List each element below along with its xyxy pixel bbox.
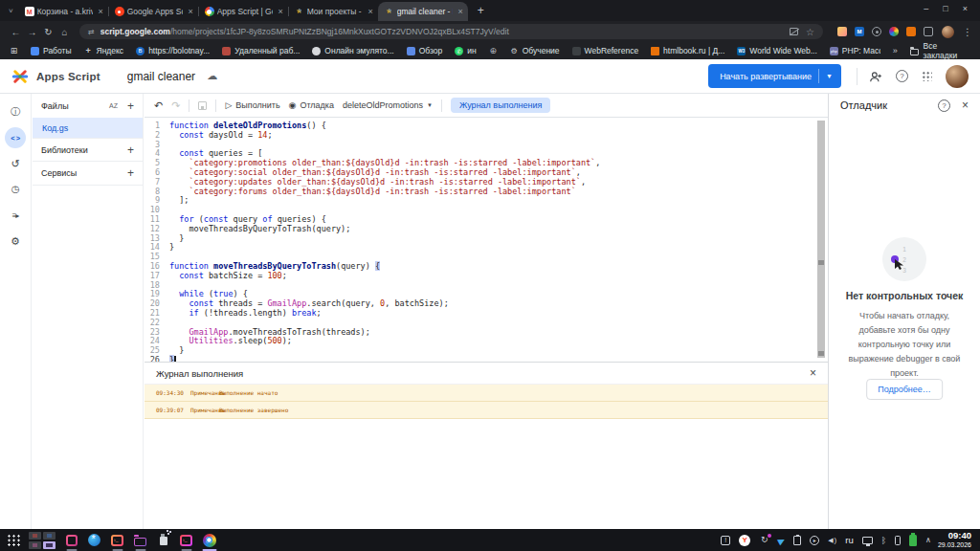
bookmark-item[interactable] bbox=[10, 47, 18, 55]
browser-profile-avatar[interactable] bbox=[942, 26, 954, 38]
sort-az-icon[interactable]: AZ bbox=[109, 102, 118, 109]
bookmark-item[interactable]: World Wide Web... bbox=[737, 46, 817, 55]
execution-log-button[interactable]: Журнал выполнения bbox=[451, 98, 550, 113]
add-file-button[interactable]: + bbox=[127, 99, 134, 113]
extension-icon[interactable]: M bbox=[855, 27, 864, 36]
bookmark-item[interactable]: Обзор bbox=[407, 46, 443, 55]
workspace-cell[interactable] bbox=[29, 541, 41, 549]
browser-taskbar-button[interactable] bbox=[202, 532, 216, 549]
window-minimize-button[interactable]: – bbox=[924, 4, 928, 13]
home-button[interactable]: ⌂ bbox=[56, 27, 73, 37]
account-avatar[interactable] bbox=[946, 65, 969, 88]
rail-executions-button[interactable] bbox=[5, 205, 26, 226]
terminal-orange-taskbar-button[interactable] bbox=[110, 532, 124, 549]
extension-icon[interactable] bbox=[924, 27, 933, 36]
display-tray-button[interactable] bbox=[862, 537, 873, 544]
tab-close-icon[interactable]: × bbox=[366, 7, 374, 16]
bookmark-item[interactable]: Удаленный раб... bbox=[222, 46, 300, 55]
telegram-tray-button[interactable] bbox=[778, 536, 785, 545]
extension-icon[interactable] bbox=[872, 27, 881, 36]
clipboard-tray-button[interactable] bbox=[793, 536, 801, 545]
window-pink-taskbar-button[interactable] bbox=[64, 532, 78, 549]
terminal-red-taskbar-button[interactable] bbox=[179, 532, 193, 549]
rail-triggers-button[interactable] bbox=[5, 179, 26, 200]
update-tray-button[interactable] bbox=[759, 535, 769, 545]
help-icon[interactable]: ? bbox=[938, 99, 950, 112]
save-button[interactable] bbox=[198, 101, 207, 110]
window-close-button[interactable]: × bbox=[963, 4, 968, 13]
add-library-button[interactable]: + bbox=[127, 143, 134, 157]
close-icon[interactable]: × bbox=[810, 366, 816, 380]
folder-pink-taskbar-button[interactable] bbox=[133, 532, 147, 549]
workspace-cell[interactable] bbox=[43, 532, 56, 540]
media-play-tray-button[interactable] bbox=[810, 536, 819, 545]
close-icon[interactable]: × bbox=[962, 99, 969, 112]
bookmark-item[interactable]: Онлайн эмулято... bbox=[312, 46, 393, 55]
layout-tray-button[interactable]: ru bbox=[845, 535, 853, 545]
reload-button[interactable]: ↻ bbox=[40, 27, 56, 37]
bookmark-item[interactable]: WebReference bbox=[572, 46, 639, 55]
help-button[interactable]: ? bbox=[896, 70, 908, 82]
rail-settings-button[interactable] bbox=[5, 231, 26, 252]
extension-icon[interactable] bbox=[889, 27, 899, 36]
browser-tab[interactable]: Google Apps Script — Янд× bbox=[108, 2, 198, 21]
bookmark-item[interactable]: Работы bbox=[31, 46, 72, 55]
bookmark-item[interactable]: htmlbook.ru | Д... bbox=[651, 46, 724, 55]
run-button[interactable]: Выполнить bbox=[225, 100, 279, 110]
rail-info-button[interactable] bbox=[5, 101, 26, 122]
bookmark-item[interactable]: PHP: Массивы -... bbox=[830, 46, 880, 55]
bluetooth-tray-button[interactable] bbox=[881, 536, 886, 545]
all-bookmarks-button[interactable]: Все закладки bbox=[910, 41, 967, 60]
function-selector-dropdown[interactable]: deleteOldPromotions ▼ bbox=[343, 100, 433, 110]
rail-history-button[interactable] bbox=[5, 153, 26, 174]
editor-scrollbar[interactable] bbox=[817, 121, 825, 358]
learn-more-button[interactable]: Подробнее… bbox=[866, 379, 943, 400]
yandex-y-tray-button[interactable] bbox=[739, 535, 750, 546]
tab-search-chevron-icon[interactable]: ˅ bbox=[9, 7, 13, 15]
add-service-button[interactable]: + bbox=[127, 166, 134, 180]
apps-grid-taskbar-button[interactable] bbox=[6, 532, 20, 549]
address-bar[interactable]: ⇄ script.google.com /home/projects/1fcJP… bbox=[79, 24, 823, 39]
tab-close-icon[interactable]: × bbox=[186, 7, 194, 16]
tab-close-icon[interactable]: × bbox=[456, 7, 464, 16]
tab-close-icon[interactable]: × bbox=[276, 7, 284, 16]
scrollbar-thumb[interactable] bbox=[817, 121, 825, 358]
volume-tray-button[interactable] bbox=[828, 536, 836, 544]
tab-close-icon[interactable]: × bbox=[96, 7, 104, 16]
window-maximize-button[interactable]: □ bbox=[943, 4, 947, 13]
chevron-up-tray-button[interactable] bbox=[925, 536, 931, 544]
redo-button[interactable]: ↷ bbox=[171, 100, 180, 111]
bookmark-item[interactable]: https://bolotnay... bbox=[136, 46, 210, 55]
forward-button[interactable]: → bbox=[24, 27, 40, 37]
undo-button[interactable]: ↶ bbox=[154, 100, 163, 111]
browser-tab[interactable]: Apps Script | Google for D× bbox=[198, 2, 288, 21]
bookmark-item[interactable]: Яндекс bbox=[84, 46, 124, 55]
battery-tray-button[interactable] bbox=[909, 535, 917, 546]
browser-tab[interactable]: gmail cleaner - Редактор п× bbox=[378, 2, 468, 21]
bookmark-item[interactable]: ин bbox=[455, 46, 476, 55]
google-apps-button[interactable] bbox=[922, 71, 932, 81]
brand-name[interactable]: Apps Script bbox=[36, 71, 100, 82]
browser-menu-icon[interactable]: ⋮ bbox=[963, 27, 972, 37]
phone-tray-button[interactable] bbox=[895, 536, 901, 545]
file-item-kod-gs[interactable]: Код.gs bbox=[33, 118, 143, 138]
extension-icon[interactable] bbox=[837, 27, 847, 36]
code-editor[interactable]: 1function deleteOldPromotions() {2 const… bbox=[145, 119, 828, 362]
spray-taskbar-button[interactable] bbox=[156, 532, 170, 549]
debug-button[interactable]: Отладка bbox=[289, 100, 334, 110]
workspaces-taskbar-button[interactable] bbox=[29, 532, 56, 549]
taskbar-clock[interactable]: 09:40 29.03.2026 bbox=[938, 531, 971, 549]
chevron-down-icon[interactable]: ▼ bbox=[826, 73, 833, 79]
bookmark-item[interactable]: Обучение bbox=[510, 46, 560, 55]
browser-tab[interactable]: Мои проекты - Скрипт пр× bbox=[288, 2, 378, 21]
share-add-user-button[interactable] bbox=[869, 71, 882, 82]
workspace-cell[interactable] bbox=[29, 532, 41, 540]
new-tab-button[interactable]: + bbox=[478, 4, 484, 17]
deploy-button[interactable]: Начать развертывание ▼ bbox=[708, 64, 841, 88]
browser-tab[interactable]: Корзина - a.krivoshein@g× bbox=[18, 2, 108, 21]
project-title[interactable]: gmail cleaner bbox=[127, 70, 195, 83]
rail-code-button[interactable] bbox=[5, 127, 26, 148]
bookmark-star-icon[interactable]: ☆ bbox=[806, 27, 814, 37]
bookmarks-overflow-chevron[interactable]: » bbox=[893, 46, 898, 55]
extension-icon[interactable] bbox=[906, 27, 916, 36]
